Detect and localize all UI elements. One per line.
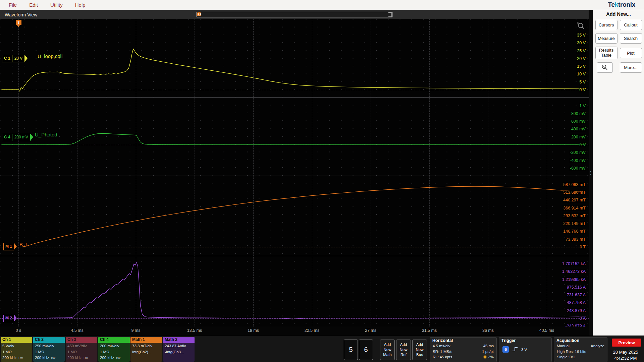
y-axis-label: 25 V (576, 48, 586, 54)
y-axis-label: -200 mV (569, 150, 586, 155)
y-axis-label: 15 V (576, 64, 586, 69)
y-axis-label: 243.879 A (566, 308, 586, 313)
ch3-settings-badge[interactable]: Ch 3 450 mV/div 1 MΩ 200 kHzBw (66, 337, 97, 362)
trace-ch4[interactable] (1, 133, 586, 145)
y-axis-label: 1.463273 kA (561, 269, 586, 274)
grid-vline (77, 19, 77, 326)
acquisition-panel[interactable]: Acquisition Manual,Analyze High Res: 16 … (554, 337, 607, 362)
trace-m2[interactable] (1, 262, 586, 319)
plot-zoom-magnifier-icon[interactable] (576, 21, 585, 31)
y-axis-label: 5 V (579, 79, 586, 85)
y-axis-label: 1.219395 kA (561, 277, 586, 282)
y-axis-label: 366.914 mT (562, 205, 586, 211)
ch4-badge-arrow (31, 134, 33, 140)
ch2-settings-badge[interactable]: Ch 2 250 mV/div 1 MΩ 200 kHzBw (33, 337, 65, 362)
horizontal-panel-title: Horizontal (430, 338, 496, 343)
math2-badge-title: Math 2 (163, 337, 195, 343)
y-axis-label: 73.383 mT (565, 237, 586, 242)
y-axis-label: 587.063 mT (562, 182, 586, 187)
zoom-tool-button[interactable] (597, 62, 613, 73)
callout-button[interactable]: Callout (620, 20, 642, 30)
grid-vline (371, 19, 371, 326)
ch1-badge-title: Ch 1 (1, 337, 32, 343)
y-axis-label: -243.879 A (565, 323, 586, 326)
m1-badge-name: M 1 (4, 243, 14, 250)
math2-settings-badge[interactable]: Math 2 243.87 A/div -Intg(Ch3... (163, 337, 195, 362)
horizontal-panel[interactable]: Horizontal 4.5 ms/div45 ms SR: 1 MS/s1 µ… (430, 337, 497, 362)
waveform-view-titlebar: Waveform View (0, 10, 589, 19)
more-button[interactable]: More... (620, 62, 642, 73)
scrollbar-end-bracket[interactable] (388, 12, 392, 17)
cursors-button[interactable]: Cursors (595, 20, 618, 30)
ch3-badge-body: 450 mV/div 1 MΩ 200 kHzBw (66, 343, 97, 362)
measure-button[interactable]: Measure (595, 33, 618, 44)
time-display: 4:42:32 PM (608, 355, 643, 361)
ch1-badge-body: 5 V/div 1 MΩ 200 kHzBw (1, 343, 32, 362)
trace-label-uloopcoil: U_loop,coil (38, 53, 62, 59)
time-axis-label: 36 ms (482, 328, 494, 333)
results-table-button[interactable]: Results Table (595, 47, 618, 59)
ch4-badge-body: 200 mV/div 1 MΩ 200 kHzBw (98, 343, 130, 362)
add-new-math-button[interactable]: Add New Math (380, 340, 395, 360)
menu-help[interactable]: Help (75, 2, 86, 8)
traces-svg (0, 19, 589, 326)
plot-button[interactable]: Plot (620, 48, 642, 58)
zero-level-line (0, 318, 589, 319)
main-split: Waveform View T C 1 20 V U_loop,coil C 4 (0, 10, 644, 336)
ch2-badge-body: 250 mV/div 1 MΩ 200 kHzBw (33, 343, 65, 362)
zero-level-line (0, 90, 589, 90)
channel-badge-ch1[interactable]: C 1 20 V (2, 55, 25, 62)
waveform-area: Waveform View T C 1 20 V U_loop,coil C 4 (0, 10, 589, 336)
ch1-settings-badge[interactable]: Ch 1 5 V/div 1 MΩ 200 kHzBw (1, 337, 32, 362)
channel-badge-ch4[interactable]: C 4 200 mV (2, 134, 31, 141)
preview-button[interactable]: Preview (612, 339, 641, 347)
scrollbar-trigger-icon (197, 12, 201, 16)
ch4-settings-badge[interactable]: Ch 4 200 mV/div 1 MΩ 200 kHzBw (98, 337, 130, 362)
grid-vline (136, 19, 136, 326)
y-axis-label: -400 mV (569, 158, 586, 163)
y-axis-label: 975.516 A (566, 285, 586, 290)
menu-edit[interactable]: Edit (29, 2, 38, 8)
math1-settings-badge[interactable]: Math 1 73.3 mT/div Intg(Ch2)... (130, 337, 162, 362)
add-new-title: Add New... (593, 11, 644, 17)
channel-6-button[interactable]: 6 (359, 340, 373, 360)
channel-5-button[interactable]: 5 (344, 340, 358, 360)
grid-vline (312, 19, 312, 326)
acquisition-panel-title: Acquisition (554, 338, 607, 343)
trace-ch1[interactable] (1, 49, 586, 91)
trigger-panel[interactable]: Trigger 6 3 V (499, 337, 552, 362)
add-new-ref-button[interactable]: Add New Ref (396, 340, 411, 360)
y-axis-label: 1 V (579, 103, 586, 109)
y-axis-label: 35 V (576, 33, 586, 38)
magnifier-waveform-icon (601, 64, 608, 71)
ch3-badge-title: Ch 3 (66, 337, 97, 343)
ch2-badge-title: Ch 2 (33, 337, 65, 343)
y-axis-label: 146.766 mT (562, 229, 586, 234)
y-axis-label: 293.532 mT (562, 213, 586, 219)
math1-badge[interactable]: M 1 (3, 243, 14, 250)
menu-utility[interactable]: Utility (50, 2, 63, 8)
zero-level-line (0, 145, 589, 145)
menu-file[interactable]: File (9, 2, 17, 8)
acquisition-pan-scrollbar[interactable] (196, 12, 393, 17)
trace-label-bt: B_t (19, 242, 27, 247)
logo-k-accent: k (615, 1, 618, 8)
waveform-plot[interactable]: T C 1 20 V U_loop,coil C 4 200 mV U_Phot… (0, 19, 589, 326)
datetime-display: 28 May 2025 4:42:32 PM (608, 349, 643, 361)
trace-m1[interactable] (1, 186, 586, 247)
menu-bar: File Edit Utility Help Tektronix (0, 0, 644, 10)
y-axis-label: 440.297 mT (562, 197, 586, 203)
y-axis-label: 800 mV (571, 111, 586, 116)
tektronix-logo: Tektronix (608, 1, 635, 8)
slice-separator (0, 256, 589, 256)
ch4-bandwidth-icon: Bw (116, 356, 120, 360)
trace-label-uphotod: U_Photod (35, 132, 57, 137)
ch4-badge-name: C 4 (2, 134, 12, 141)
time-axis-label: 4.5 ms (71, 328, 84, 333)
search-button[interactable]: Search (620, 33, 642, 44)
panel-splitter[interactable]: ⋮ (589, 10, 593, 336)
add-new-bus-button[interactable]: Add New Bus (412, 340, 427, 360)
ch1-badge-arrow (25, 55, 28, 62)
math2-badge-body: 243.87 A/div -Intg(Ch3... (163, 343, 195, 362)
time-axis: 0 s4.5 ms9 ms13.5 ms18 ms22.5 ms27 ms31.… (0, 326, 589, 336)
